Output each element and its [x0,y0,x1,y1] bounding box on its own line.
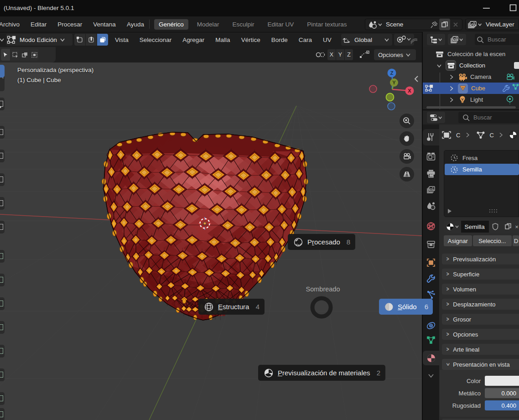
svg-text:X: X [408,88,411,93]
svg-text:Z: Z [390,70,394,76]
svg-text:Y: Y [392,80,396,85]
